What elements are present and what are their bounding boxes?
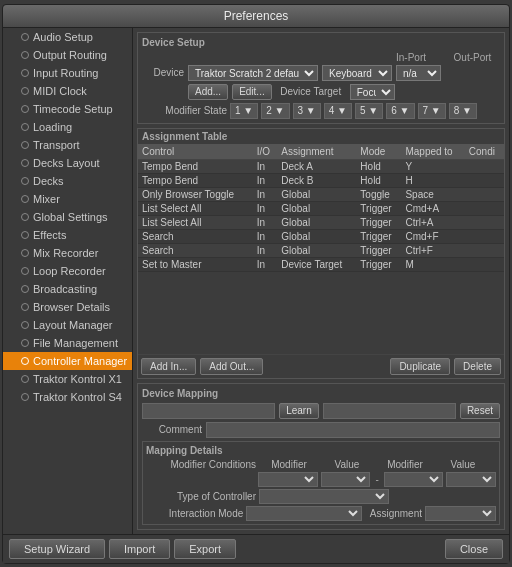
cell-4-3: Trigger [356,215,401,229]
mapping-details-label: Mapping Details [146,445,496,456]
sidebar-bullet-10 [21,213,29,221]
modifier-btn-7[interactable]: 7 ▼ [418,103,446,119]
title-bar: Preferences [3,5,509,28]
sidebar-item-7[interactable]: Decks Layout [3,154,132,172]
add-in-button[interactable]: Add In... [141,358,196,375]
sidebar-label-1: Output Routing [33,49,107,61]
device-mapping-label: Device Mapping [142,388,500,399]
cell-5-2: Global [277,229,356,243]
comment-input[interactable] [206,422,500,438]
table-row[interactable]: List Select AllInGlobalTriggerCmd+A [138,201,504,215]
sidebar-item-16[interactable]: Layout Manager [3,316,132,334]
edit-button[interactable]: Edit... [232,84,272,100]
sidebar-item-19[interactable]: Traktor Kontrol X1 [3,370,132,388]
table-row[interactable]: Tempo BendInDeck BHoldH [138,173,504,187]
sidebar-item-6[interactable]: Transport [3,136,132,154]
assignment-label: Assignment [365,508,423,519]
sidebar-item-3[interactable]: MIDI Clock [3,82,132,100]
assignment-table-label: Assignment Table [138,129,504,144]
sidebar-item-8[interactable]: Decks [3,172,132,190]
learn-bar [142,403,275,419]
mod-col-value2: Value [438,459,488,470]
modifier-btn-3[interactable]: 3 ▼ [293,103,321,119]
sidebar: Audio SetupOutput RoutingInput RoutingMI… [3,28,133,534]
sidebar-bullet-9 [21,195,29,203]
in-port-label: In-Port [376,52,446,63]
sidebar-item-14[interactable]: Broadcasting [3,280,132,298]
cell-0-4: Y [401,159,464,173]
sidebar-item-17[interactable]: File Management [3,334,132,352]
sidebar-bullet-1 [21,51,29,59]
modifier-btn-6[interactable]: 6 ▼ [386,103,414,119]
device-mapping-section: Device Mapping Learn Reset Comment Mappi… [137,383,505,530]
table-row[interactable]: Set to MasterInDevice TargetTriggerM [138,257,504,271]
cell-4-1: In [253,215,277,229]
col-header-5: Condi [465,144,504,160]
modifier-select-2[interactable] [384,472,444,487]
sidebar-item-4[interactable]: Timecode Setup [3,100,132,118]
sidebar-item-12[interactable]: Mix Recorder [3,244,132,262]
add-button[interactable]: Add... [188,84,228,100]
modifier-select-1[interactable] [258,472,318,487]
interaction-assignment-row: Interaction Mode Assignment [146,506,496,521]
table-row[interactable]: List Select AllInGlobalTriggerCtrl+A [138,215,504,229]
type-of-controller-select[interactable] [259,489,389,504]
value-select-1[interactable] [321,472,371,487]
sidebar-label-7: Decks Layout [33,157,100,169]
cell-4-5 [465,215,504,229]
table-row[interactable]: Only Browser ToggleInGlobalToggleSpace [138,187,504,201]
device-select[interactable]: Traktor Scratch 2 defaul [188,65,318,81]
sidebar-item-1[interactable]: Output Routing [3,46,132,64]
sidebar-item-2[interactable]: Input Routing [3,64,132,82]
out-port-select[interactable]: n/a [396,65,441,81]
mapping-details: Mapping Details Modifier Conditions Modi… [142,441,500,525]
add-out-button[interactable]: Add Out... [200,358,263,375]
sidebar-bullet-4 [21,105,29,113]
value-select-2[interactable] [446,472,496,487]
modifier-btn-4[interactable]: 4 ▼ [324,103,352,119]
modifier-btn-1[interactable]: 1 ▼ [230,103,258,119]
sidebar-item-15[interactable]: Browser Details [3,298,132,316]
table-row[interactable]: Tempo BendInDeck AHoldY [138,159,504,173]
learn-button[interactable]: Learn [279,403,319,419]
assignment-select[interactable] [425,506,496,521]
cell-1-5 [465,173,504,187]
sidebar-bullet-18 [21,357,29,365]
cell-6-1: In [253,243,277,257]
sidebar-item-11[interactable]: Effects [3,226,132,244]
sidebar-item-20[interactable]: Traktor Kontrol S4 [3,388,132,406]
export-button[interactable]: Export [174,539,236,559]
import-button[interactable]: Import [109,539,170,559]
mod-col-modifier2: Modifier [375,459,435,470]
sidebar-item-0[interactable]: Audio Setup [3,28,132,46]
table-container[interactable]: ControlI/OAssignmentModeMapped toCondi T… [138,144,504,354]
cell-2-2: Global [277,187,356,201]
duplicate-button[interactable]: Duplicate [390,358,450,375]
modifier-btn-2[interactable]: 2 ▼ [261,103,289,119]
sidebar-label-18: Controller Manager [33,355,127,367]
table-btn-row: Add In... Add Out... Duplicate Delete [138,354,504,378]
device-target-select[interactable]: Focus [350,84,395,100]
interaction-mode-select[interactable] [246,506,361,521]
modifier-btn-5[interactable]: 5 ▼ [355,103,383,119]
modifier-btn-8[interactable]: 8 ▼ [449,103,477,119]
sidebar-item-5[interactable]: Loading [3,118,132,136]
setup-wizard-button[interactable]: Setup Wizard [9,539,105,559]
table-row[interactable]: SearchInGlobalTriggerCmd+F [138,229,504,243]
modifier-conditions-label: Modifier Conditions [146,459,256,470]
window-title: Preferences [224,9,289,23]
close-button[interactable]: Close [445,539,503,559]
sidebar-item-9[interactable]: Mixer [3,190,132,208]
cell-3-2: Global [277,201,356,215]
cell-2-0: Only Browser Toggle [138,187,253,201]
reset-button[interactable]: Reset [460,403,500,419]
table-row[interactable]: SearchInGlobalTriggerCtrl+F [138,243,504,257]
sidebar-item-10[interactable]: Global Settings [3,208,132,226]
mod-inputs-row: - [146,472,496,487]
delete-button[interactable]: Delete [454,358,501,375]
sidebar-label-20: Traktor Kontrol S4 [33,391,122,403]
in-port-select[interactable]: Keyboard [322,65,392,81]
sidebar-label-0: Audio Setup [33,31,93,43]
sidebar-item-18[interactable]: Controller Manager [3,352,132,370]
sidebar-item-13[interactable]: Loop Recorder [3,262,132,280]
